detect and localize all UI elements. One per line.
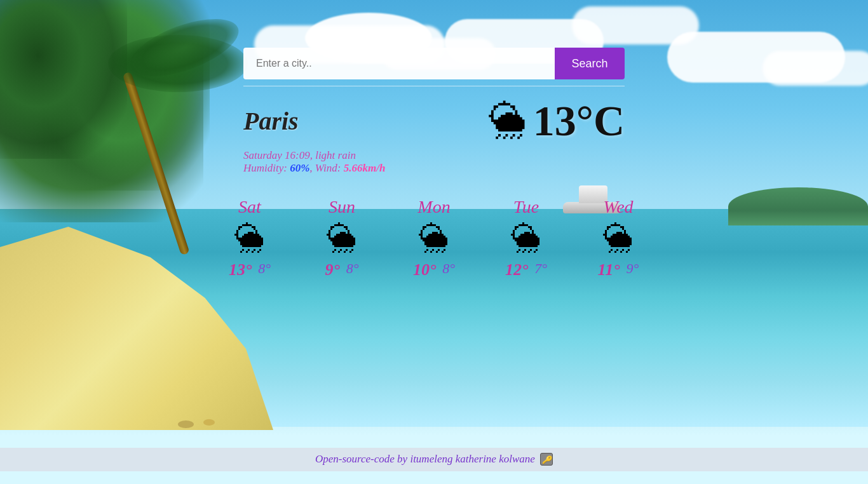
- search-button[interactable]: Search: [555, 48, 625, 79]
- humidity-value: 60%: [290, 162, 309, 174]
- forecast-high-1: 9°: [325, 260, 339, 279]
- forecast-container: Sat 🌦 13° 8° Sun 🌦 9° 8° Mon 🌦 1: [212, 197, 656, 279]
- wind-label: , Wind:: [309, 162, 343, 174]
- weather-stats: Humidity: 60%, Wind: 5.66km/h: [243, 162, 625, 175]
- forecast-day-name-2: Mon: [417, 197, 450, 217]
- wind-value: 5.66km/h: [344, 162, 386, 174]
- forecast-temps-2: 10° 8°: [413, 260, 455, 279]
- forecast-temps-4: 11° 9°: [598, 260, 639, 279]
- forecast-low-2: 8°: [442, 260, 455, 279]
- background: Open-source-code by Open-source-code by …: [0, 0, 868, 484]
- forecast-day-tue: Tue 🌦 12° 7°: [488, 197, 564, 279]
- forecast-day-sun: Sun 🌦 9° 8°: [304, 197, 380, 279]
- forecast-high-0: 13°: [229, 260, 252, 279]
- forecast-low-1: 8°: [346, 260, 359, 279]
- forecast-day-mon: Mon 🌦 10° 8°: [396, 197, 472, 279]
- weather-right-section: 🌦 13°C: [489, 96, 625, 146]
- search-divider: [243, 86, 625, 86]
- humidity-label: Humidity:: [243, 162, 290, 174]
- weather-main-row: Paris 🌦 13°C: [243, 96, 625, 146]
- forecast-day-sat: Sat 🌦 13° 8°: [212, 197, 288, 279]
- city-search-input[interactable]: [243, 48, 555, 79]
- current-weather-icon: 🌦: [489, 102, 527, 140]
- forecast-low-4: 9°: [627, 260, 639, 279]
- weather-details-section: Saturday 16:09, light rain Humidity: 60%…: [243, 149, 625, 175]
- forecast-day-name-0: Sat: [238, 197, 261, 217]
- forecast-temps-3: 12° 7°: [505, 260, 547, 279]
- forecast-icon-3: 🌦: [511, 224, 541, 254]
- search-bar-container: Search: [243, 48, 625, 79]
- city-name: Paris: [243, 106, 299, 136]
- forecast-low-3: 7°: [534, 260, 547, 279]
- forecast-day-name-1: Sun: [329, 197, 355, 217]
- forecast-low-0: 8°: [258, 260, 271, 279]
- forecast-icon-2: 🌦: [419, 224, 449, 254]
- forecast-icon-0: 🌦: [234, 224, 265, 254]
- weather-time-description: Saturday 16:09, light rain: [243, 149, 625, 162]
- forecast-high-4: 11°: [598, 260, 620, 279]
- forecast-icon-4: 🌦: [603, 224, 634, 254]
- forecast-icon-1: 🌦: [327, 224, 357, 254]
- forecast-high-2: 10°: [413, 260, 436, 279]
- forecast-day-wed: Wed 🌦 11° 9°: [580, 197, 656, 279]
- forecast-temps-1: 9° 8°: [325, 260, 358, 279]
- main-content: Search Paris 🌦 13°C Saturday 16:09, ligh…: [0, 0, 868, 484]
- forecast-day-name-4: Wed: [603, 197, 633, 217]
- current-temperature: 13°C: [533, 96, 625, 146]
- forecast-high-3: 12°: [505, 260, 528, 279]
- forecast-temps-0: 13° 8°: [229, 260, 271, 279]
- forecast-day-name-3: Tue: [513, 197, 539, 217]
